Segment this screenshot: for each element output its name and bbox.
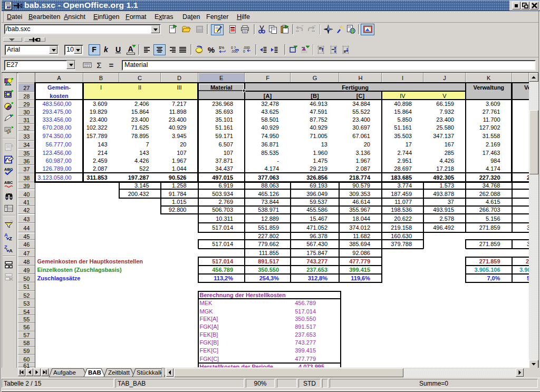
svg-text:.000: .000 xyxy=(231,50,238,53)
svg-text:.000: .000 xyxy=(243,46,250,50)
svg-text:Z: Z xyxy=(4,244,7,250)
svg-text:A: A xyxy=(9,248,13,253)
svg-text:0 ?: 0 ? xyxy=(231,46,236,50)
svg-text:0: 0 xyxy=(243,50,245,53)
svg-text:$%: $% xyxy=(219,46,224,50)
svg-text:A: A xyxy=(4,232,8,238)
svg-text:Z: Z xyxy=(9,236,12,241)
svg-text:ABC: ABC xyxy=(4,180,13,184)
